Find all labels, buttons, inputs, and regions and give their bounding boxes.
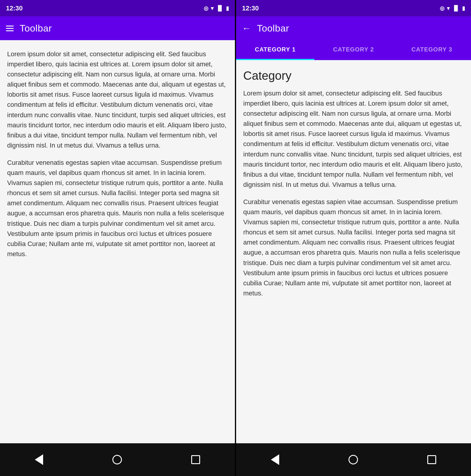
nav-bar-2 bbox=[236, 443, 471, 476]
status-time-2: 12:30 bbox=[242, 4, 259, 12]
location-icon-2: ◎ bbox=[440, 5, 445, 12]
battery-icon: ▮ bbox=[226, 5, 229, 12]
content-title-2: Category bbox=[243, 69, 464, 82]
status-time-1: 12:30 bbox=[6, 4, 23, 12]
phone-1: 12:30 ◎ ▾ ▐▌ ▮ Toolbar Lorem ipsum dolor… bbox=[0, 0, 235, 476]
wifi-icon: ▾ bbox=[211, 5, 213, 12]
tab-category-2[interactable]: CATEGORY 2 bbox=[314, 40, 392, 60]
hamburger-icon[interactable] bbox=[6, 26, 14, 31]
paragraph-2-2: Curabitur venenatis egestas sapien vitae… bbox=[243, 197, 464, 298]
location-icon: ◎ bbox=[204, 5, 208, 12]
status-bar-2: 12:30 ◎ ▾ ▐▌ ▮ bbox=[236, 0, 471, 16]
signal-icon: ▐▌ bbox=[216, 5, 224, 11]
wifi-icon-2: ▾ bbox=[447, 5, 450, 12]
back-icon-2 bbox=[271, 454, 279, 465]
recents-button-1[interactable] bbox=[191, 455, 200, 464]
back-arrow-icon[interactable]: ← bbox=[242, 23, 251, 33]
paragraph-1-2: Curabitur venenatis egestas sapien vitae… bbox=[7, 158, 228, 259]
nav-bar-1 bbox=[0, 443, 235, 476]
tab-category-3[interactable]: CATEGORY 3 bbox=[393, 40, 471, 60]
back-button-2[interactable] bbox=[271, 454, 279, 465]
signal-icon-2: ▐▌ bbox=[452, 5, 460, 11]
paragraph-1-1: Lorem ipsum dolor sit amet, consectetur … bbox=[7, 49, 228, 151]
toolbar-title-2: Toolbar bbox=[257, 23, 289, 34]
phone-2: 12:30 ◎ ▾ ▐▌ ▮ ← Toolbar CATEGORY 1 CATE… bbox=[236, 0, 471, 476]
back-icon-1 bbox=[35, 454, 43, 465]
recents-button-2[interactable] bbox=[427, 455, 436, 464]
toolbar-2: ← Toolbar bbox=[236, 16, 471, 40]
content-1: Lorem ipsum dolor sit amet, consectetur … bbox=[0, 40, 235, 443]
status-icons-1: ◎ ▾ ▐▌ ▮ bbox=[204, 5, 229, 12]
back-button-1[interactable] bbox=[35, 454, 43, 465]
home-icon-1 bbox=[112, 455, 122, 464]
content-2: Category Lorem ipsum dolor sit amet, con… bbox=[236, 60, 471, 443]
home-button-1[interactable] bbox=[112, 455, 122, 464]
tab-category-1[interactable]: CATEGORY 1 bbox=[236, 40, 314, 60]
home-button-2[interactable] bbox=[348, 455, 358, 464]
recents-icon-1 bbox=[191, 455, 200, 464]
status-bar-1: 12:30 ◎ ▾ ▐▌ ▮ bbox=[0, 0, 235, 16]
battery-icon-2: ▮ bbox=[462, 5, 465, 12]
status-icons-2: ◎ ▾ ▐▌ ▮ bbox=[440, 5, 465, 12]
tabs-container: CATEGORY 1 CATEGORY 2 CATEGORY 3 bbox=[236, 40, 471, 60]
paragraph-2-1: Lorem ipsum dolor sit amet, consectetur … bbox=[243, 88, 464, 190]
toolbar-1: Toolbar bbox=[0, 16, 235, 40]
recents-icon-2 bbox=[427, 455, 436, 464]
home-icon-2 bbox=[348, 455, 358, 464]
toolbar-title-1: Toolbar bbox=[20, 23, 52, 34]
